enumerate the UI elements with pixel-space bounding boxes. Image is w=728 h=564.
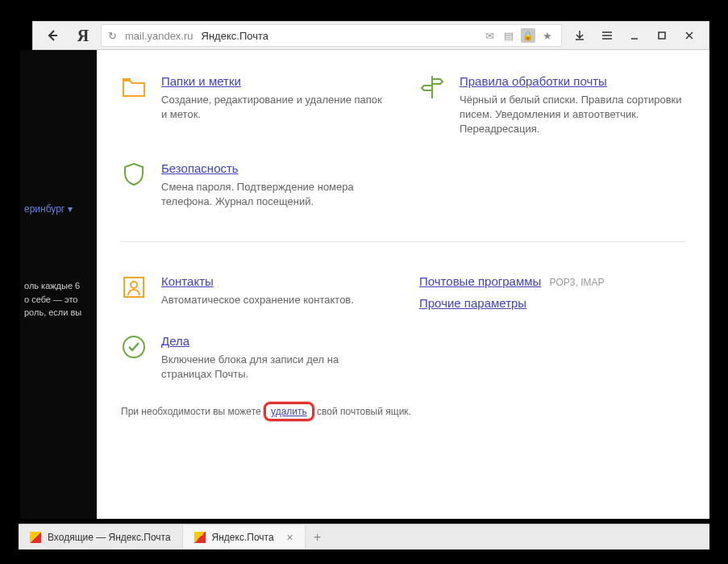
rules-desc: Чёрный и белый списки. Правила сортировк… bbox=[460, 93, 685, 137]
svg-point-2 bbox=[131, 282, 137, 288]
lock-icon[interactable]: 🔒 bbox=[521, 28, 535, 43]
arrow-left-icon bbox=[46, 29, 59, 42]
yandex-mail-favicon bbox=[194, 532, 206, 543]
address-bar[interactable]: ↻ mail.yandex.ru Яндекс.Почта ✉ ▤ 🔒 ★ bbox=[101, 24, 562, 47]
contacts-desc: Автоматическое сохранение контактов. bbox=[161, 293, 387, 307]
delete-account-link[interactable]: удалить bbox=[264, 402, 314, 421]
minimize-icon bbox=[630, 31, 639, 40]
bg-text-1: оль каждые 6 bbox=[24, 279, 93, 293]
hamburger-icon bbox=[601, 30, 614, 41]
security-link[interactable]: Безопасность bbox=[161, 161, 239, 175]
tab-inbox[interactable]: Входящие — Яндекс.Почта bbox=[19, 525, 183, 549]
reload-icon[interactable]: ↻ bbox=[108, 30, 117, 42]
contacts-link[interactable]: Контакты bbox=[161, 274, 214, 288]
mail-indicator-icon[interactable]: ✉ bbox=[482, 28, 497, 43]
close-window-button[interactable] bbox=[676, 24, 702, 47]
signpost-icon bbox=[419, 74, 445, 100]
security-desc: Смена пароля. Подтверждение номера телеф… bbox=[161, 180, 387, 209]
shield-icon bbox=[121, 161, 147, 187]
yandex-logo-icon: Я bbox=[77, 27, 89, 45]
rules-link[interactable]: Правила обработки почты bbox=[460, 74, 607, 88]
reader-icon[interactable]: ▤ bbox=[501, 28, 516, 43]
setting-contacts: Контакты Автоматическое сохранение конта… bbox=[121, 274, 387, 310]
maximize-button[interactable] bbox=[649, 24, 675, 47]
page-title-text: Яндекс.Почта bbox=[202, 30, 268, 42]
delete-account-note: При необходимости вы можете удалить свой… bbox=[121, 406, 685, 417]
menu-button[interactable] bbox=[594, 24, 620, 47]
minimize-button[interactable] bbox=[622, 24, 647, 47]
setting-folders: Папки и метки Создание, редактирование и… bbox=[121, 74, 387, 137]
svg-rect-0 bbox=[659, 32, 665, 39]
check-circle-icon bbox=[121, 334, 147, 360]
new-tab-button[interactable]: + bbox=[306, 530, 330, 545]
close-icon bbox=[684, 31, 694, 40]
todo-desc: Включение блока для записи дел на страни… bbox=[161, 353, 387, 382]
background-left-panel: еринбург ▾ оль каждые 6 о себе — это рол… bbox=[20, 50, 97, 519]
folders-link[interactable]: Папки и метки bbox=[161, 74, 241, 88]
downloads-button[interactable] bbox=[567, 24, 593, 47]
folders-desc: Создание, редактирование и удаление папо… bbox=[161, 93, 387, 122]
mail-protocols-text: POP3, IMAP bbox=[549, 277, 604, 288]
setting-security: Безопасность Смена пароля. Подтверждение… bbox=[121, 161, 387, 209]
divider bbox=[121, 241, 685, 242]
bookmark-star-icon[interactable]: ★ bbox=[540, 28, 555, 43]
tab-mail-settings[interactable]: Яндекс.Почта × bbox=[183, 525, 306, 549]
bg-text-3: роль, если вы bbox=[24, 306, 93, 320]
delete-note-before: При необходимости вы можете bbox=[121, 406, 264, 417]
browser-toolbar: Я ↻ mail.yandex.ru Яндекс.Почта ✉ ▤ 🔒 ★ bbox=[32, 21, 709, 50]
setting-todo: Дела Включение блока для записи дел на с… bbox=[121, 334, 387, 382]
setting-rules: Правила обработки почты Чёрный и белый с… bbox=[419, 74, 685, 137]
tab-bar: Входящие — Яндекс.Почта Яндекс.Почта × + bbox=[19, 524, 709, 549]
mail-clients-link[interactable]: Почтовые программы bbox=[419, 274, 541, 288]
tab-label: Яндекс.Почта bbox=[212, 532, 274, 543]
bg-text-2: о себе — это bbox=[24, 293, 93, 307]
folder-icon bbox=[121, 74, 147, 100]
yandex-mail-favicon bbox=[30, 532, 41, 543]
settings-panel: Папки и метки Создание, редактирование и… bbox=[97, 50, 709, 519]
back-button[interactable] bbox=[40, 24, 65, 47]
tab-label: Входящие — Яндекс.Почта bbox=[48, 532, 171, 543]
download-icon bbox=[574, 30, 585, 41]
tab-close-button[interactable]: × bbox=[287, 531, 293, 544]
right-links: Почтовые программы POP3, IMAP Прочие пар… bbox=[419, 274, 685, 310]
delete-note-after: свой почтовый ящик. bbox=[314, 406, 411, 417]
maximize-icon bbox=[657, 31, 667, 40]
other-params-link[interactable]: Прочие параметры bbox=[419, 296, 526, 310]
yandex-logo-button[interactable]: Я bbox=[70, 24, 96, 47]
contact-icon bbox=[121, 274, 147, 300]
todo-link[interactable]: Дела bbox=[161, 334, 189, 348]
city-selector[interactable]: еринбург ▾ bbox=[24, 203, 93, 215]
url-text: mail.yandex.ru bbox=[125, 30, 193, 42]
